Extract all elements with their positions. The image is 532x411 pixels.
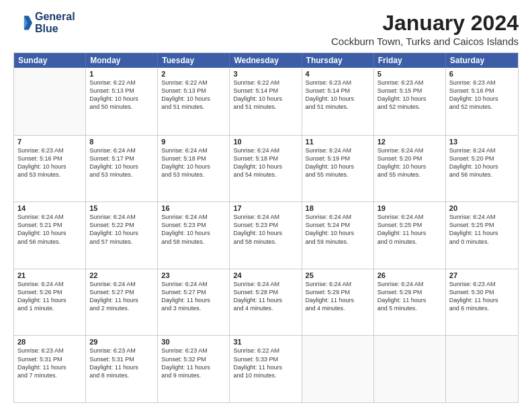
- calendar-cell: 15Sunrise: 6:24 AM Sunset: 5:22 PM Dayli…: [86, 202, 158, 269]
- calendar-cell: [374, 336, 446, 402]
- logo-text: General Blue: [35, 11, 75, 34]
- page: General Blue January 2024 Cockburn Town,…: [0, 0, 532, 411]
- day-number: 7: [17, 138, 82, 146]
- calendar-header-cell: Saturday: [446, 53, 518, 68]
- calendar-cell: 24Sunrise: 6:24 AM Sunset: 5:28 PM Dayli…: [230, 269, 302, 336]
- day-number: 13: [449, 138, 515, 146]
- day-info: Sunrise: 6:23 AM Sunset: 5:14 PM Dayligh…: [306, 79, 370, 111]
- day-number: 29: [89, 338, 154, 346]
- logo-line1: General: [35, 11, 75, 23]
- calendar-cell: 11Sunrise: 6:24 AM Sunset: 5:19 PM Dayli…: [302, 136, 374, 202]
- day-info: Sunrise: 6:24 AM Sunset: 5:27 PM Dayligh…: [89, 280, 154, 313]
- day-number: 2: [161, 70, 226, 78]
- day-info: Sunrise: 6:24 AM Sunset: 5:29 PM Dayligh…: [378, 280, 442, 313]
- day-info: Sunrise: 6:23 AM Sunset: 5:15 PM Dayligh…: [378, 79, 442, 111]
- day-info: Sunrise: 6:24 AM Sunset: 5:18 PM Dayligh…: [161, 146, 226, 179]
- calendar-cell: 3Sunrise: 6:22 AM Sunset: 5:14 PM Daylig…: [230, 68, 302, 135]
- day-info: Sunrise: 6:24 AM Sunset: 5:17 PM Dayligh…: [89, 146, 154, 179]
- calendar-week: 1Sunrise: 6:22 AM Sunset: 5:13 PM Daylig…: [14, 68, 518, 135]
- calendar-header-cell: Monday: [86, 53, 158, 68]
- calendar-header-cell: Tuesday: [158, 53, 230, 68]
- day-info: Sunrise: 6:24 AM Sunset: 5:19 PM Dayligh…: [306, 146, 370, 179]
- day-info: Sunrise: 6:24 AM Sunset: 5:24 PM Dayligh…: [306, 213, 370, 246]
- day-info: Sunrise: 6:24 AM Sunset: 5:22 PM Dayligh…: [89, 213, 154, 246]
- day-number: 26: [378, 271, 442, 279]
- calendar-cell: 13Sunrise: 6:24 AM Sunset: 5:20 PM Dayli…: [446, 136, 518, 202]
- calendar-cell: 1Sunrise: 6:22 AM Sunset: 5:13 PM Daylig…: [86, 68, 158, 135]
- calendar-cell: [302, 336, 374, 402]
- calendar-cell: [14, 68, 86, 135]
- day-info: Sunrise: 6:23 AM Sunset: 5:31 PM Dayligh…: [17, 347, 82, 379]
- day-number: 22: [89, 271, 154, 279]
- calendar-cell: 20Sunrise: 6:24 AM Sunset: 5:25 PM Dayli…: [446, 202, 518, 269]
- day-number: 20: [449, 204, 515, 212]
- day-number: 24: [233, 271, 298, 279]
- calendar-cell: 9Sunrise: 6:24 AM Sunset: 5:18 PM Daylig…: [158, 136, 230, 202]
- day-info: Sunrise: 6:23 AM Sunset: 5:16 PM Dayligh…: [17, 146, 82, 179]
- day-info: Sunrise: 6:22 AM Sunset: 5:13 PM Dayligh…: [161, 79, 226, 111]
- logo-icon: [13, 13, 32, 32]
- calendar-cell: 22Sunrise: 6:24 AM Sunset: 5:27 PM Dayli…: [86, 269, 158, 336]
- calendar-cell: 29Sunrise: 6:23 AM Sunset: 5:31 PM Dayli…: [86, 336, 158, 402]
- day-info: Sunrise: 6:22 AM Sunset: 5:13 PM Dayligh…: [89, 79, 154, 111]
- title-block: January 2024 Cockburn Town, Turks and Ca…: [331, 11, 519, 47]
- day-number: 3: [233, 70, 298, 78]
- day-number: 18: [306, 204, 370, 212]
- calendar-cell: 27Sunrise: 6:23 AM Sunset: 5:30 PM Dayli…: [446, 269, 518, 336]
- day-number: 6: [449, 70, 515, 78]
- calendar: SundayMondayTuesdayWednesdayThursdayFrid…: [13, 52, 519, 403]
- calendar-week: 21Sunrise: 6:24 AM Sunset: 5:26 PM Dayli…: [14, 269, 518, 336]
- day-number: 14: [17, 204, 82, 212]
- day-number: 21: [17, 271, 82, 279]
- calendar-cell: 19Sunrise: 6:24 AM Sunset: 5:25 PM Dayli…: [374, 202, 446, 269]
- day-number: 8: [89, 138, 154, 146]
- calendar-cell: 16Sunrise: 6:24 AM Sunset: 5:23 PM Dayli…: [158, 202, 230, 269]
- calendar-cell: 25Sunrise: 6:24 AM Sunset: 5:29 PM Dayli…: [302, 269, 374, 336]
- day-number: 25: [306, 271, 370, 279]
- day-number: 31: [233, 338, 298, 346]
- day-number: 23: [161, 271, 226, 279]
- day-number: 27: [449, 271, 515, 279]
- calendar-cell: 18Sunrise: 6:24 AM Sunset: 5:24 PM Dayli…: [302, 202, 374, 269]
- day-number: 15: [89, 204, 154, 212]
- logo: General Blue: [13, 11, 75, 34]
- day-number: 1: [89, 70, 154, 78]
- calendar-cell: 14Sunrise: 6:24 AM Sunset: 5:21 PM Dayli…: [14, 202, 86, 269]
- day-info: Sunrise: 6:24 AM Sunset: 5:25 PM Dayligh…: [449, 213, 515, 246]
- calendar-cell: 4Sunrise: 6:23 AM Sunset: 5:14 PM Daylig…: [302, 68, 374, 135]
- calendar-cell: 21Sunrise: 6:24 AM Sunset: 5:26 PM Dayli…: [14, 269, 86, 336]
- day-number: 17: [233, 204, 298, 212]
- calendar-cell: 5Sunrise: 6:23 AM Sunset: 5:15 PM Daylig…: [374, 68, 446, 135]
- calendar-cell: 8Sunrise: 6:24 AM Sunset: 5:17 PM Daylig…: [86, 136, 158, 202]
- day-info: Sunrise: 6:24 AM Sunset: 5:28 PM Dayligh…: [233, 280, 298, 313]
- calendar-cell: 10Sunrise: 6:24 AM Sunset: 5:18 PM Dayli…: [230, 136, 302, 202]
- day-number: 28: [17, 338, 82, 346]
- day-info: Sunrise: 6:24 AM Sunset: 5:26 PM Dayligh…: [17, 280, 82, 313]
- day-info: Sunrise: 6:23 AM Sunset: 5:32 PM Dayligh…: [161, 347, 226, 379]
- calendar-cell: 6Sunrise: 6:23 AM Sunset: 5:16 PM Daylig…: [446, 68, 518, 135]
- day-info: Sunrise: 6:24 AM Sunset: 5:25 PM Dayligh…: [378, 213, 442, 246]
- day-info: Sunrise: 6:24 AM Sunset: 5:23 PM Dayligh…: [233, 213, 298, 246]
- day-info: Sunrise: 6:24 AM Sunset: 5:27 PM Dayligh…: [161, 280, 226, 313]
- day-info: Sunrise: 6:23 AM Sunset: 5:30 PM Dayligh…: [449, 280, 515, 313]
- calendar-cell: 31Sunrise: 6:22 AM Sunset: 5:33 PM Dayli…: [230, 336, 302, 402]
- day-info: Sunrise: 6:23 AM Sunset: 5:31 PM Dayligh…: [89, 347, 154, 379]
- day-number: 19: [378, 204, 442, 212]
- day-info: Sunrise: 6:24 AM Sunset: 5:20 PM Dayligh…: [378, 146, 442, 179]
- day-info: Sunrise: 6:23 AM Sunset: 5:16 PM Dayligh…: [449, 79, 515, 111]
- calendar-week: 28Sunrise: 6:23 AM Sunset: 5:31 PM Dayli…: [14, 335, 518, 402]
- logo-line2: Blue: [35, 23, 75, 35]
- calendar-week: 14Sunrise: 6:24 AM Sunset: 5:21 PM Dayli…: [14, 201, 518, 269]
- day-info: Sunrise: 6:24 AM Sunset: 5:21 PM Dayligh…: [17, 213, 82, 246]
- calendar-cell: 12Sunrise: 6:24 AM Sunset: 5:20 PM Dayli…: [374, 136, 446, 202]
- day-info: Sunrise: 6:24 AM Sunset: 5:20 PM Dayligh…: [449, 146, 515, 179]
- day-info: Sunrise: 6:24 AM Sunset: 5:29 PM Dayligh…: [306, 280, 370, 313]
- calendar-body: 1Sunrise: 6:22 AM Sunset: 5:13 PM Daylig…: [14, 68, 518, 402]
- header: General Blue January 2024 Cockburn Town,…: [13, 11, 519, 47]
- day-number: 16: [161, 204, 226, 212]
- calendar-cell: 2Sunrise: 6:22 AM Sunset: 5:13 PM Daylig…: [158, 68, 230, 135]
- calendar-header-cell: Friday: [374, 53, 446, 68]
- day-number: 12: [378, 138, 442, 146]
- calendar-cell: 23Sunrise: 6:24 AM Sunset: 5:27 PM Dayli…: [158, 269, 230, 336]
- calendar-header: SundayMondayTuesdayWednesdayThursdayFrid…: [14, 53, 518, 68]
